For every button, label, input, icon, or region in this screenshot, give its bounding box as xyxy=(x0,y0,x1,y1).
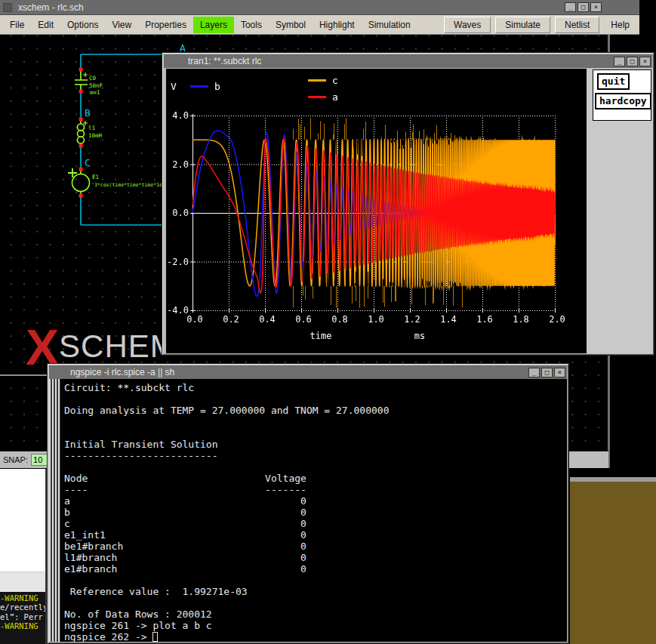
background-dialog-footer xyxy=(0,572,45,592)
menu-item-layers[interactable]: Layers xyxy=(193,17,234,33)
minimize-icon[interactable]: _ xyxy=(614,57,625,66)
xschem-logo-text: SCHEM xyxy=(59,328,162,364)
minimize-icon[interactable]: _ xyxy=(565,2,576,12)
terminal-cursor xyxy=(152,632,158,642)
background-console: -WARNINGe/recentlyel”: Perr-WARNING xyxy=(0,592,45,644)
close-icon[interactable]: × xyxy=(639,57,651,66)
plot-window-title: tran1: **.subckt rlc xyxy=(188,56,261,66)
quit-button[interactable]: quit xyxy=(597,73,630,90)
menu-item-highlight[interactable]: Highlight xyxy=(313,17,362,33)
maximize-icon[interactable]: □ xyxy=(541,368,553,377)
console-line: -WARNING xyxy=(0,593,45,602)
menu-item-options[interactable]: Options xyxy=(60,17,105,33)
xschem-window-controls: _□× xyxy=(565,2,638,12)
maximize-icon[interactable]: □ xyxy=(627,57,638,66)
maximize-icon[interactable]: □ xyxy=(577,2,589,12)
toolbar-button-simulate[interactable]: Simulate xyxy=(495,17,550,33)
close-icon[interactable]: × xyxy=(590,2,602,12)
menu-item-file[interactable]: File xyxy=(3,17,31,33)
close-icon[interactable]: × xyxy=(554,368,565,377)
terminal-title: ngspice -i rlc.spice -a || sh xyxy=(70,367,174,377)
toolbar-button-waves[interactable]: Waves xyxy=(444,17,491,33)
desktop-background-patch xyxy=(570,482,656,644)
terminal-window-controls: _□× xyxy=(528,368,565,377)
menu-item-edit[interactable]: Edit xyxy=(31,17,60,33)
menu-item-view[interactable]: View xyxy=(105,17,138,33)
console-line: el”: Perr xyxy=(0,612,45,621)
terminal-output: Circuit: **.subckt rlc Doing analysis at… xyxy=(64,382,389,642)
console-line: e/recently xyxy=(0,602,45,612)
terminal-titlebar[interactable]: ngspice -i rlc.spice -a || sh _□× xyxy=(49,365,567,379)
terminal-window: ngspice -i rlc.spice -a || sh _□× Circui… xyxy=(47,363,569,644)
xschem-window-title: xschem - rlc.sch xyxy=(18,2,84,13)
terminal-text: Circuit: **.subckt rlc Doing analysis at… xyxy=(64,382,389,642)
menu-item-tools[interactable]: Tools xyxy=(234,17,269,33)
plot-window-titlebar[interactable]: tran1: **.subckt rlc _□× xyxy=(164,54,652,68)
menu-item-symbol[interactable]: Symbol xyxy=(269,17,313,33)
minimize-icon[interactable]: _ xyxy=(528,368,540,377)
console-line: -WARNING xyxy=(0,621,45,630)
plot-side-panel: quit hardcopy xyxy=(587,69,653,354)
xschem-titlebar[interactable]: xschem - rlc.sch _□× xyxy=(0,0,639,15)
snap-label: SNAP: xyxy=(3,455,28,464)
waveform-plot xyxy=(166,69,587,353)
terminal-scrollbar[interactable] xyxy=(49,379,60,642)
xschem-menubar: FileEditOptionsViewPropertiesLayersTools… xyxy=(0,15,639,35)
window-icon xyxy=(3,3,12,12)
background-dialog-panel: -WARNINGe/recentlyel”: Perr-WARNING xyxy=(0,469,47,644)
toolbar-button-help[interactable]: Help xyxy=(604,17,636,33)
plot-window-controls: _□× xyxy=(614,57,651,66)
plot-window: tran1: **.subckt rlc _□× quit hardcopy xyxy=(162,52,654,356)
toolbar-button-netlist[interactable]: Netlist xyxy=(555,17,599,33)
menu-item-simulation[interactable]: Simulation xyxy=(362,17,417,33)
menu-item-properties[interactable]: Properties xyxy=(138,17,193,33)
hardcopy-button[interactable]: hardcopy xyxy=(595,93,651,109)
terminal-content[interactable]: Circuit: **.subckt rlc Doing analysis at… xyxy=(49,379,567,642)
plot-button-panel: quit hardcopy xyxy=(593,69,651,121)
